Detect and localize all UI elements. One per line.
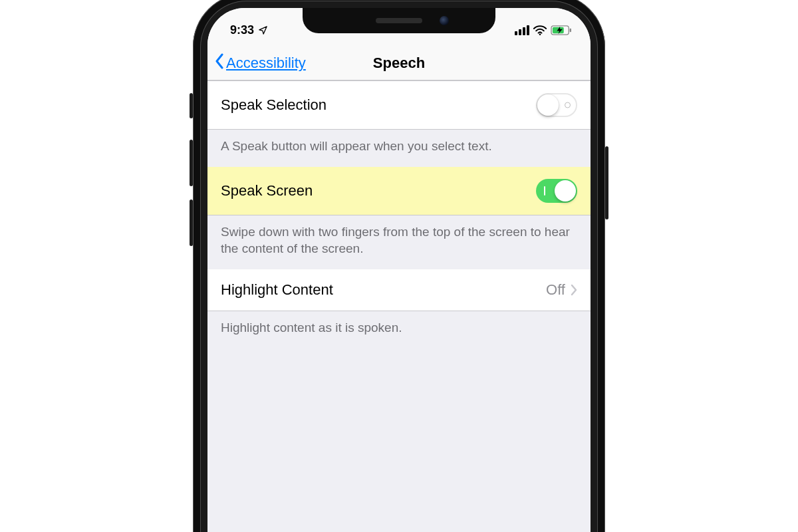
row-highlight-content[interactable]: Highlight Content Off [207,269,591,311]
row-label: Highlight Content [221,281,546,299]
earpiece-speaker [376,18,422,23]
back-label: Accessibility [226,55,306,72]
svg-rect-2 [570,28,571,32]
status-time: 9:33 [230,23,254,37]
page-title: Speech [373,55,425,72]
row-speak-selection[interactable]: Speak Selection [207,81,591,130]
nav-bar: Accessibility Speech [207,47,591,80]
cellular-signal-icon [515,25,529,35]
phone-frame: 9:33 [193,0,605,532]
volume-up-button[interactable] [190,140,193,186]
row-footer: Swipe down with two fingers from the top… [207,215,591,269]
row-label: Speak Screen [221,182,536,200]
row-speak-screen[interactable]: Speak Screen [207,167,591,215]
settings-list: Speak Selection A Speak button will appe… [207,80,591,348]
row-value: Off [546,281,565,299]
toggle-speak-selection[interactable] [536,93,577,117]
volume-down-button[interactable] [190,200,193,246]
chevron-left-icon [214,53,225,73]
svg-point-0 [539,33,541,35]
chevron-right-icon [571,284,577,296]
row-footer: Highlight content as it is spoken. [207,311,591,348]
row-footer: A Speak button will appear when you sele… [207,130,591,167]
battery-charging-icon [551,25,572,35]
notch [303,8,495,33]
row-label: Speak Selection [221,96,536,114]
side-button[interactable] [605,146,608,219]
toggle-speak-screen[interactable] [536,179,577,203]
screen: 9:33 [207,8,591,532]
location-icon [258,25,268,35]
front-camera [440,16,449,25]
mute-switch[interactable] [190,93,193,118]
wifi-icon [533,25,547,35]
back-button[interactable]: Accessibility [214,47,306,80]
